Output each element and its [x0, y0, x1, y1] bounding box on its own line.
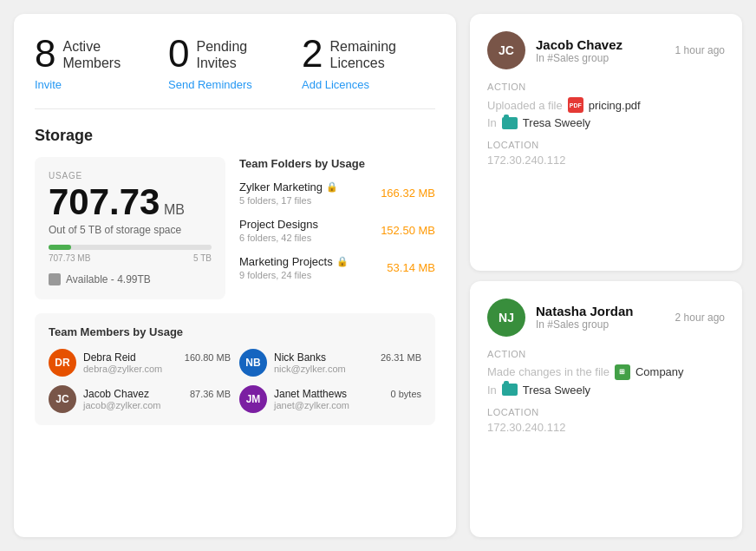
card-username: Jacob Chavez: [536, 37, 665, 52]
stat-number-members: 8: [35, 35, 55, 73]
stat-pending-invites: 0 Pending Invites Send Reminders: [168, 35, 302, 91]
member-email: janet@zylker.com: [274, 400, 421, 410]
progress-bar-fill: [49, 245, 71, 250]
usage-number: 707.73: [49, 181, 160, 222]
usage-label: USAGE: [49, 171, 212, 180]
left-panel: 8 Active Members Invite 0 Pending Invite…: [14, 14, 456, 537]
divider-section: Location 172.30.240.112: [487, 407, 725, 434]
storage-title: Storage: [35, 127, 435, 145]
stat-number-licences: 2: [302, 35, 323, 73]
folder-detail: 9 folders, 24 files: [239, 270, 349, 280]
member-item-2: JC Jacob Chavez 87.36 MB jacob@zylker.co…: [49, 385, 231, 413]
usage-box: USAGE 707.73 MB Out of 5 TB of storage s…: [35, 157, 225, 299]
action-label: Action: [487, 82, 725, 92]
folder-icon: [502, 384, 518, 396]
member-size: 87.36 MB: [190, 389, 231, 399]
progress-total: 5 TB: [193, 253, 212, 263]
folder-icon: [502, 117, 518, 129]
member-item-0: DR Debra Reid 160.80 MB debra@zylker.com: [49, 349, 231, 377]
ip-text: 172.30.240.112: [487, 421, 725, 434]
member-size: 0 bytes: [391, 389, 421, 399]
file-name: Company: [635, 365, 684, 378]
action-text: Uploaded a file: [487, 99, 563, 112]
lock-icon: 🔒: [326, 181, 338, 193]
folder-name: Project Designs: [239, 218, 318, 231]
member-info: Debra Reid 160.80 MB debra@zylker.com: [83, 351, 231, 374]
progress-labels: 707.73 MB 5 TB: [49, 253, 212, 263]
team-folders: Team Folders by Usage Zylker Marketing 🔒…: [239, 157, 435, 299]
member-item-3: JM Janet Matthews 0 bytes janet@zylker.c…: [239, 385, 421, 413]
member-email: nick@zylker.com: [274, 364, 421, 374]
activity-card-1: NJ Natasha Jordan In #Sales group 2 hour…: [470, 281, 742, 538]
member-info: Nick Banks 26.31 MB nick@zylker.com: [274, 351, 421, 374]
available-text: Available - 4.99TB: [49, 273, 212, 285]
folder-name: Zylker Marketing 🔒: [239, 180, 338, 194]
folder-detail: 6 folders, 42 files: [239, 233, 318, 243]
stats-row: 8 Active Members Invite 0 Pending Invite…: [35, 35, 435, 109]
member-avatar: JM: [239, 385, 267, 413]
user-avatar: JC: [487, 31, 525, 69]
user-avatar: NJ: [487, 298, 525, 337]
activity-card-0: JC Jacob Chavez In #Sales group 1 hour a…: [470, 14, 742, 271]
usage-subtitle: Out of 5 TB of storage space: [49, 224, 212, 236]
file-name: pricing.pdf: [589, 99, 641, 112]
team-members-title: Team Members by Usage: [49, 325, 421, 338]
member-name: Jacob Chavez: [83, 388, 149, 400]
member-info: Janet Matthews 0 bytes janet@zylker.com: [274, 388, 421, 410]
invite-link[interactable]: Invite: [35, 78, 168, 91]
stat-remaining-licences: 2 Remaining Licences Add Licences: [302, 35, 435, 91]
card-username: Natasha Jordan: [536, 304, 665, 318]
send-reminders-link[interactable]: Send Reminders: [168, 78, 302, 91]
progress-bar-wrap: [49, 245, 212, 250]
usage-unit: MB: [164, 202, 185, 217]
member-avatar: JC: [49, 385, 76, 413]
folder-size: 152.50 MB: [381, 224, 435, 237]
members-grid: DR Debra Reid 160.80 MB debra@zylker.com…: [49, 349, 421, 413]
hdd-icon: [49, 273, 61, 285]
member-name: Debra Reid: [83, 351, 136, 364]
folder-size: 53.14 MB: [387, 261, 435, 274]
card-action-row: Made changes in the file ⊞ Company: [487, 364, 725, 380]
folder-size: 166.32 MB: [381, 187, 435, 200]
member-name: Janet Matthews: [274, 388, 347, 400]
folder-item-0: Zylker Marketing 🔒 5 folders, 17 files 1…: [239, 180, 435, 206]
folders-title: Team Folders by Usage: [239, 157, 435, 170]
stat-label-members: Active Members: [62, 38, 121, 71]
storage-content: USAGE 707.73 MB Out of 5 TB of storage s…: [35, 157, 435, 299]
member-avatar: NB: [239, 349, 267, 377]
stat-number-invites: 0: [168, 35, 189, 73]
folder-name: Marketing Projects 🔒: [239, 255, 349, 268]
in-text: In: [487, 116, 497, 129]
card-user-info: Jacob Chavez In #Sales group: [536, 37, 665, 64]
location-label: Location: [487, 407, 725, 417]
card-time: 1 hour ago: [675, 44, 725, 56]
folder-item-2: Marketing Projects 🔒 9 folders, 24 files…: [239, 255, 435, 280]
file-icon-table: ⊞: [615, 364, 630, 380]
member-avatar: DR: [49, 349, 76, 377]
divider-section: Location 172.30.240.112: [487, 140, 725, 167]
card-group: In #Sales group: [536, 52, 665, 64]
member-email: debra@zylker.com: [83, 364, 231, 374]
in-text: In: [487, 384, 497, 397]
member-info: Jacob Chavez 87.36 MB jacob@zylker.com: [83, 388, 231, 410]
card-action-row: Uploaded a file PDF pricing.pdf: [487, 97, 725, 113]
member-size: 160.80 MB: [185, 352, 231, 363]
folder-detail: 5 folders, 17 files: [239, 195, 338, 206]
team-members-box: Team Members by Usage DR Debra Reid 160.…: [35, 313, 435, 425]
usage-number-row: 707.73 MB: [49, 184, 212, 220]
location-name: Tresa Sweely: [523, 116, 590, 129]
card-location-row: In Tresa Sweely: [487, 116, 725, 129]
member-email: jacob@zylker.com: [83, 400, 231, 410]
storage-section: Storage USAGE 707.73 MB Out of 5 TB of s…: [35, 127, 435, 425]
card-header: JC Jacob Chavez In #Sales group 1 hour a…: [487, 31, 725, 69]
card-group: In #Sales group: [536, 318, 665, 331]
location-name: Tresa Sweely: [523, 384, 590, 397]
stat-label-licences: Remaining Licences: [329, 38, 395, 71]
stat-label-invites: Pending Invites: [196, 38, 247, 71]
location-label: Location: [487, 140, 725, 150]
stat-active-members: 8 Active Members Invite: [35, 35, 168, 91]
member-size: 26.31 MB: [381, 352, 421, 363]
add-licences-link[interactable]: Add Licences: [302, 78, 435, 91]
action-text: Made changes in the file: [487, 365, 609, 378]
card-time: 2 hour ago: [675, 312, 725, 324]
